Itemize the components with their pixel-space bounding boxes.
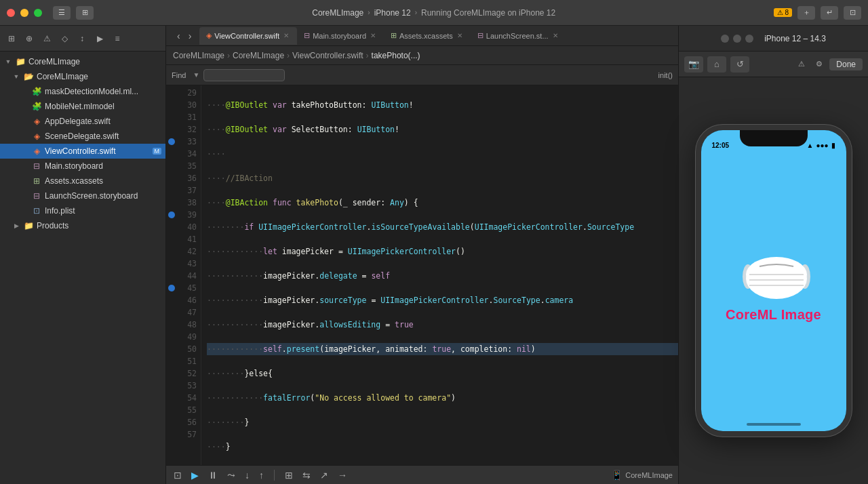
breadcrumb-func[interactable]: takePhoto(...) — [372, 51, 420, 60]
code-lines[interactable]: ····@IBOutlet var takePhotoButton: UIBut… — [201, 85, 678, 465]
swift-icon-3: ◈ — [31, 146, 42, 157]
preview-warning-icon[interactable]: ⚠ — [794, 57, 809, 72]
sidebar-item-coremlimage-group[interactable]: ▼ 📂 CoreMLImage — [0, 69, 165, 84]
iphone-content: CoreML Image — [726, 152, 821, 423]
home-button[interactable]: ⌂ — [707, 56, 726, 73]
iphone-screen: 12:05 ▲ ●●● ▮ — [701, 130, 846, 431]
close-button[interactable] — [7, 9, 15, 17]
jump-bar: CoreMLImage › CoreMLImage › ViewControll… — [166, 46, 678, 65]
tab-close-launchscreen[interactable]: ✕ — [551, 32, 559, 40]
screenshot-button[interactable]: 📷 — [684, 56, 703, 73]
sidebar-item-products[interactable]: ▶ 📁 Products — [0, 218, 165, 233]
breakpoint-33[interactable] — [168, 138, 175, 145]
share-button[interactable]: ↗ — [318, 470, 330, 481]
sidebar-item-scenedelegate[interactable]: ◈ SceneDelegate.swift — [0, 129, 165, 144]
return-button[interactable]: ↵ — [821, 6, 838, 20]
tab-close-assets[interactable]: ✕ — [456, 32, 464, 40]
step-out-button[interactable]: ↑ — [257, 470, 266, 481]
preview-settings-icon[interactable]: ⚙ — [812, 57, 827, 72]
status-right-icons: ▲ ●●● ▮ — [806, 142, 835, 149]
tab-close-viewcontroller[interactable]: ✕ — [282, 32, 290, 40]
sidebar-test-icon[interactable]: ◇ — [57, 31, 72, 46]
plist-icon: ⊡ — [31, 205, 42, 216]
sidebar-report-icon[interactable]: ≡ — [110, 31, 125, 46]
titlebar-project[interactable]: CoreMLImage — [312, 8, 363, 18]
pause-button[interactable]: ⏸ — [206, 470, 220, 481]
swift-icon-2: ◈ — [31, 131, 42, 142]
titlebar-device[interactable]: iPhone 12 — [374, 8, 411, 18]
add-button[interactable]: ＋ — [797, 6, 815, 20]
sidebar-item-viewcontroller[interactable]: ◈ ViewController.swift M — [0, 144, 165, 159]
spacer2 — [20, 102, 28, 110]
breadcrumb-group[interactable]: CoreMLImage — [233, 51, 284, 60]
view-debug-button[interactable]: ⊞ — [283, 470, 295, 481]
app-title-preview: CoreML Image — [726, 307, 821, 323]
preview-tl-3 — [745, 35, 753, 43]
sidebar-item-assets-label: Assets.xcassets — [45, 176, 103, 186]
code-area[interactable]: 2930313233 3435363738 3940414243 4445464… — [166, 85, 678, 465]
spacer4 — [20, 132, 28, 140]
sidebar-item-mobilenet[interactable]: 🧩 MobileNet.mlmodel — [0, 99, 165, 114]
toggle-debug-button[interactable]: ⊡ — [172, 470, 184, 481]
breadcrumb-project[interactable]: CoreMLImage — [173, 51, 224, 60]
titlebar: ☰ ⊞ CoreMLImage › iPhone 12 › Running Co… — [0, 0, 868, 26]
layout-toggle-button[interactable]: ⊡ — [844, 6, 861, 20]
sidebar-vcs-icon[interactable]: ↕ — [75, 31, 90, 46]
sidebar-item-assets[interactable]: ⊞ Assets.xcassets — [0, 174, 165, 188]
iphone-notch — [740, 130, 808, 146]
navigator-toggle-button[interactable]: ⊞ — [76, 6, 94, 20]
tab-assets[interactable]: ⊞ Assets.xcassets ✕ — [384, 27, 471, 45]
find-dropdown-icon[interactable]: ▼ — [193, 71, 199, 79]
sidebar-item-launchscreen[interactable]: ⊟ LaunchScreen.storyboard — [0, 188, 165, 203]
simulate-button[interactable]: ⇆ — [300, 470, 313, 481]
nav-back-button[interactable]: ‹ — [174, 29, 183, 43]
tab-launchscreen-label: LaunchScreen.st... — [486, 32, 549, 40]
tab-viewcontroller[interactable]: ◈ ViewController.swift ✕ — [199, 27, 297, 45]
sidebar-warning-icon[interactable]: ⚠ — [39, 31, 54, 46]
iphone-mockup-container: 12:05 ▲ ●●● ▮ — [679, 77, 868, 484]
sidebar-nav-icon[interactable]: ⊞ — [4, 31, 19, 46]
tab-mainstoryboard[interactable]: ⊟ Main.storyboard ✕ — [297, 27, 384, 45]
sidebar-find-icon[interactable]: ⊕ — [22, 31, 37, 46]
sidebar-item-mainstoryboard-label: Main.storyboard — [45, 161, 103, 171]
minimize-button[interactable] — [20, 9, 28, 17]
sidebar-item-coremlimage-root[interactable]: ▼ 📁 CoreMLImage — [0, 54, 165, 69]
spacer7 — [20, 177, 28, 185]
tab-mainstoryboard-icon: ⊟ — [304, 31, 310, 40]
run-debug-button[interactable]: ▶ — [189, 470, 201, 481]
project-icon: 📁 — [15, 56, 26, 67]
sidebar-toggle-button[interactable]: ☰ — [53, 6, 71, 20]
sidebar-item-infoplist[interactable]: ⊡ Info.plist — [0, 203, 165, 218]
step-into-button[interactable]: ↓ — [243, 470, 252, 481]
sidebar-item-mainstoryboard[interactable]: ⊟ Main.storyboard — [0, 159, 165, 174]
code-line-30: ····@IBOutlet var SelectButton: UIButton… — [207, 123, 678, 136]
code-line-39: ············self.present(imagePicker, an… — [207, 343, 678, 355]
tab-close-mainstoryboard[interactable]: ✕ — [369, 32, 377, 40]
sidebar-item-maskdetection[interactable]: 🧩 maskDetectionModel.ml... — [0, 84, 165, 99]
app-icon-small: 📱 — [611, 470, 623, 481]
breakpoint-45[interactable] — [168, 285, 175, 291]
find-input[interactable] — [203, 69, 285, 81]
mlmodel-icon-2: 🧩 — [31, 101, 42, 112]
mask-icon — [743, 253, 804, 294]
sidebar-debug-icon[interactable]: ▶ — [92, 31, 107, 46]
storyboard-icon-2: ⊟ — [31, 190, 42, 201]
bottom-app-name-area: 📱 CoreMLImage — [611, 470, 673, 481]
breakpoint-39[interactable] — [168, 211, 175, 218]
preview-right-controls: ⚠ ⚙ Done — [794, 57, 863, 72]
nav-forward-button[interactable]: › — [186, 29, 195, 43]
tab-assets-icon: ⊞ — [391, 31, 397, 40]
code-line-36: ············imagePicker.delegate = self — [207, 270, 678, 282]
preview-device-title: iPhone 12 – 14.3 — [764, 34, 826, 43]
bottom-app-label: CoreMLImage — [625, 471, 673, 479]
rotate-button[interactable]: ↺ — [730, 56, 749, 73]
done-button[interactable]: Done — [829, 58, 863, 70]
sidebar-item-appdelegate[interactable]: ◈ AppDelegate.swift — [0, 114, 165, 129]
arrow-button[interactable]: → — [336, 470, 349, 481]
warning-badge[interactable]: ⚠ 8 — [774, 8, 792, 17]
maximize-button[interactable] — [34, 9, 42, 17]
step-over-button[interactable]: ⤳ — [225, 470, 237, 481]
expand-icon-group: ▼ — [12, 73, 20, 81]
tab-launchscreen[interactable]: ⊟ LaunchScreen.st... ✕ — [471, 27, 566, 45]
breadcrumb-file[interactable]: ViewController.swift — [292, 51, 363, 60]
